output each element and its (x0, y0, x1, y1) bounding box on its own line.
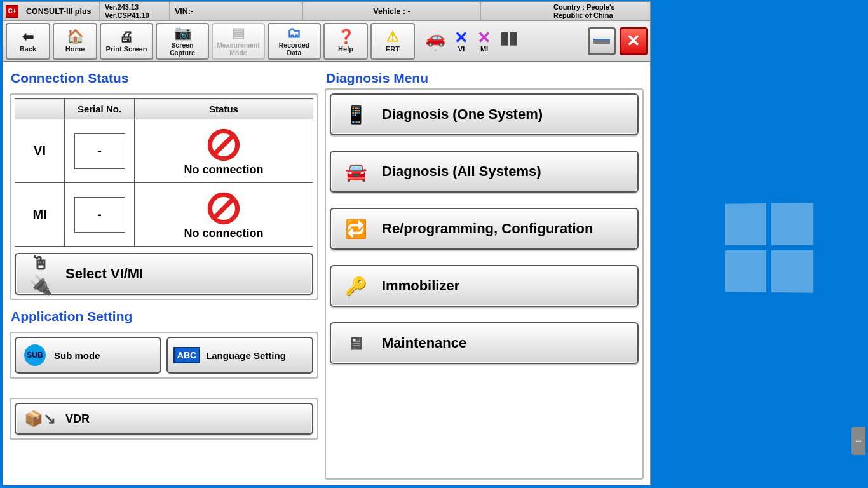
toolbar: ⬅ Back 🏠 Home 🖨 Print Screen 📷 Screen Ca… (3, 21, 650, 62)
row-label-vi: VI (15, 119, 65, 183)
diagnosis-all-systems-button[interactable]: 🚘 Diagnosis (All Systems) (330, 151, 639, 193)
no-connection-icon (207, 128, 241, 162)
mi-status: ✕ MI (477, 30, 491, 53)
sub-badge-icon: SUB (24, 344, 46, 366)
devices-icon: 🖱🔌 (24, 252, 57, 296)
vdr-icon: 📦↘ (24, 410, 57, 428)
col-status-header: Status (135, 99, 313, 119)
svg-line-3 (215, 200, 233, 218)
folder-icon: 🗂 (287, 26, 301, 40)
immobilizer-button[interactable]: 🔑 Immobilizer (330, 265, 639, 307)
vin-label: VIN:- (170, 2, 303, 20)
camera-icon: 📷 (174, 26, 191, 40)
version-line-1: Ver.243.13 (105, 3, 164, 11)
recorded-data-button[interactable]: 🗂 Recorded Data (268, 23, 321, 60)
reprogramming-configuration-button[interactable]: 🔁 Re/programming, Configuration (330, 208, 639, 250)
home-button[interactable]: 🏠 Home (53, 23, 97, 60)
help-icon: ❓ (337, 30, 355, 44)
version-block: Ver.243.13 Ver.CSP41.10 (100, 2, 170, 20)
svg-line-1 (215, 136, 233, 154)
table-row: VI - No connection (15, 119, 313, 183)
print-screen-button[interactable]: 🖨 Print Screen (100, 23, 153, 60)
status-text: No connection (135, 227, 313, 240)
windows-logo-icon (725, 203, 813, 292)
country-line-1: Country : People's (553, 3, 645, 11)
x-icon: ✕ (454, 30, 468, 45)
select-vi-mi-button[interactable]: 🖱🔌 Select VI/MI (15, 253, 313, 295)
close-button[interactable]: ✕ (620, 27, 648, 55)
car-icon: 🚗 (425, 30, 445, 45)
app-name: CONSULT-III plus (21, 2, 100, 20)
col-serial-header: Serial No. (65, 99, 135, 119)
no-connection-icon (207, 191, 241, 226)
titlebar: C+ CONSULT-III plus Ver.243.13 Ver.CSP41… (3, 2, 650, 21)
row-label-mi: MI (15, 183, 65, 247)
country-line-2: Republic of China (553, 11, 645, 20)
back-button[interactable]: ⬅ Back (6, 23, 50, 60)
serial-box: - (74, 133, 125, 169)
help-button[interactable]: ❓ Help (323, 23, 368, 60)
close-icon: ✕ (627, 31, 641, 51)
vi-status: ✕ VI (454, 30, 468, 53)
toolbar-status-indicators: 🚗 - ✕ VI ✕ MI ▮▮ (425, 30, 518, 53)
vdr-button[interactable]: 📦↘ VDR (15, 403, 313, 435)
printer-icon: 🖨 (119, 30, 133, 44)
app-window: C+ CONSULT-III plus Ver.243.13 Ver.CSP41… (3, 1, 651, 485)
connection-status-title: Connection Status (11, 71, 317, 86)
table-row: MI - No connection (15, 183, 313, 247)
sub-mode-button[interactable]: SUB Sub mode (15, 337, 161, 374)
app-logo-icon: C+ (6, 5, 18, 18)
x-icon: ✕ (477, 30, 491, 45)
diagnosis-menu-title: Diagnosis Menu (326, 71, 642, 86)
connection-panel: Serial No. Status VI - No connection (10, 93, 318, 300)
maintenance-button[interactable]: 🖥 Maintenance (330, 322, 639, 364)
home-icon: 🏠 (67, 30, 84, 44)
minimize-button[interactable] (588, 27, 616, 55)
gauge-icon: ▤ (232, 26, 245, 40)
back-arrow-icon: ⬅ (22, 30, 34, 44)
remote-tab-icon[interactable]: ↔ (851, 427, 865, 455)
diagnosis-menu-panel: 📱 Diagnosis (One System) 🚘 Diagnosis (Al… (325, 88, 644, 480)
abc-badge-icon: ABC (173, 347, 200, 363)
battery-status: ▮▮ (500, 30, 518, 53)
key-icon: 🔑 (340, 276, 372, 297)
country-block: Country : People's Republic of China (548, 2, 650, 20)
vehicle-label: Vehicle : - (303, 2, 481, 20)
battery-icon: ▮▮ (500, 30, 518, 45)
language-setting-button[interactable]: ABC Language Setting (166, 337, 313, 374)
ert-button[interactable]: ⚠ ERT (370, 23, 415, 60)
maintenance-icon: 🖥 (340, 333, 372, 354)
diagnosis-one-system-button[interactable]: 📱 Diagnosis (One System) (330, 93, 639, 135)
version-line-2: Ver.CSP41.10 (105, 11, 164, 20)
screen-capture-button[interactable]: 📷 Screen Capture (156, 23, 209, 60)
phone-icon: 📱 (340, 104, 372, 125)
reprogram-icon: 🔁 (340, 219, 372, 240)
status-text: No connection (135, 163, 313, 177)
car-status: 🚗 - (425, 30, 445, 53)
application-setting-title: Application Setting (11, 309, 317, 324)
warning-icon: ⚠ (386, 30, 399, 44)
serial-box: - (74, 197, 125, 233)
measurement-mode-button[interactable]: ▤ Measurement Mode (212, 23, 265, 60)
tray-icon (593, 39, 610, 44)
application-setting-panel: SUB Sub mode ABC Language Setting (10, 332, 318, 379)
vdr-panel: 📦↘ VDR (10, 398, 318, 440)
connection-table: Serial No. Status VI - No connection (15, 98, 313, 247)
car-diagnosis-icon: 🚘 (340, 161, 372, 182)
main-body: Connection Status Serial No. Status VI - (3, 62, 650, 485)
